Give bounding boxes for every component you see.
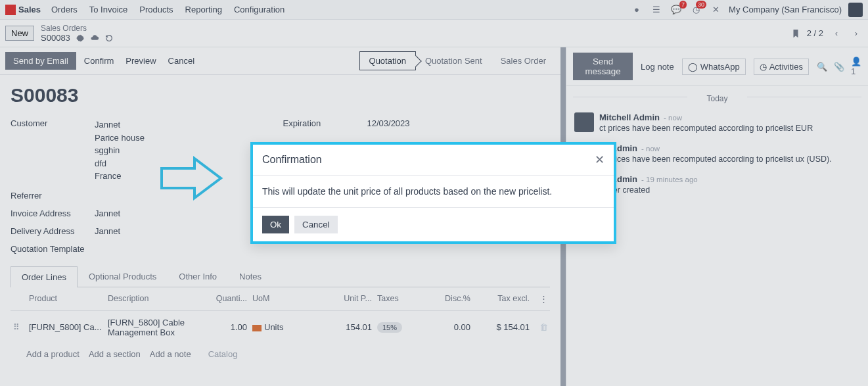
modal-cancel-button[interactable]: Cancel: [294, 216, 338, 233]
confirmation-modal: Confirmation ✕ This will update the unit…: [250, 142, 616, 244]
ok-button[interactable]: Ok: [262, 216, 289, 233]
modal-body-text: This will update the unit price of all p…: [253, 176, 614, 208]
modal-title: Confirmation: [262, 154, 322, 166]
close-icon[interactable]: ✕: [595, 153, 605, 167]
